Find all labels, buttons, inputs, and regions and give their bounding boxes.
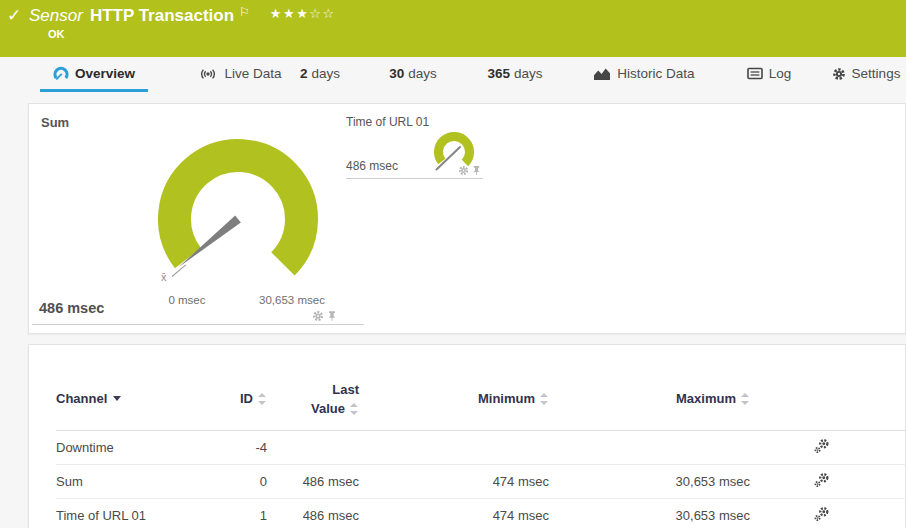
flag-icon[interactable]: ⚐ bbox=[239, 5, 250, 19]
column-label: Maximum bbox=[676, 391, 736, 406]
sum-gauge-max-label: 30,653 msec bbox=[249, 294, 335, 306]
gauge-pin-icon[interactable] bbox=[471, 165, 482, 176]
tab-365-days[interactable]: 365 days bbox=[478, 57, 552, 90]
sort-icon bbox=[741, 393, 750, 405]
sum-gauge-divider bbox=[32, 324, 364, 325]
channel-name-cell: Sum bbox=[56, 464, 227, 498]
minimum-cell: 474 msec bbox=[359, 498, 549, 528]
tab-label: Log bbox=[769, 66, 792, 81]
column-label: ID bbox=[240, 391, 253, 406]
star-icon[interactable]: ☆ bbox=[322, 6, 335, 21]
channel-id-cell: -4 bbox=[227, 430, 267, 464]
sensor-kind-label: Sensor bbox=[29, 6, 83, 26]
last-value-cell: 486 msec bbox=[267, 464, 359, 498]
status-badge: OK bbox=[48, 28, 65, 40]
column-label: Value bbox=[311, 401, 345, 416]
tab-bar: Overview Live Data 2 days 30 days 365 da… bbox=[0, 57, 906, 95]
sort-icon bbox=[350, 403, 359, 415]
maximum-cell: 30,653 msec bbox=[549, 464, 750, 498]
channel-settings-gears-icon[interactable] bbox=[814, 472, 830, 488]
gear-icon bbox=[832, 67, 846, 81]
table-row: Downtime -4 bbox=[56, 430, 906, 464]
column-label: Channel bbox=[56, 391, 107, 406]
tab-label: days bbox=[514, 66, 543, 81]
active-tab-underline bbox=[40, 89, 148, 92]
mean-marker: x̄ bbox=[161, 271, 167, 283]
tab-label-number: 30 bbox=[389, 66, 404, 81]
channel-id-cell: 1 bbox=[227, 498, 267, 528]
tab-label-number: 2 bbox=[300, 66, 308, 81]
column-label: Last bbox=[332, 382, 359, 397]
column-header-actions bbox=[750, 375, 906, 430]
column-label: Minimum bbox=[478, 391, 535, 406]
last-value-cell: 486 msec bbox=[267, 498, 359, 528]
sum-gauge-min-label: 0 msec bbox=[155, 294, 219, 306]
live-signal-icon bbox=[198, 67, 218, 81]
maximum-cell bbox=[549, 430, 750, 464]
channel-settings-gears-icon[interactable] bbox=[814, 506, 830, 522]
star-icon[interactable]: ☆ bbox=[309, 6, 322, 21]
sum-gauge-value: 486 msec bbox=[39, 300, 104, 316]
table-header-row: Channel ID LastValue Minimum Maximum bbox=[56, 375, 906, 430]
tab-live-data[interactable]: Live Data bbox=[196, 57, 284, 90]
channel-id-cell: 0 bbox=[227, 464, 267, 498]
tab-label: days bbox=[311, 66, 340, 81]
url-gauge-divider bbox=[346, 178, 483, 179]
column-header-id[interactable]: ID bbox=[227, 375, 267, 430]
star-icon[interactable]: ★ bbox=[296, 6, 309, 21]
status-check-icon: ✓ bbox=[7, 5, 21, 26]
minimum-cell: 474 msec bbox=[359, 464, 549, 498]
tab-label: Historic Data bbox=[617, 66, 694, 81]
channel-table-panel: Channel ID LastValue Minimum Maximum Dow… bbox=[28, 344, 906, 528]
tab-label: Settings bbox=[852, 66, 901, 81]
last-value-cell bbox=[267, 430, 359, 464]
tab-label: Overview bbox=[75, 66, 135, 81]
minimum-cell bbox=[359, 430, 549, 464]
column-header-last-value[interactable]: LastValue bbox=[267, 375, 359, 430]
url-gauge-value: 486 msec bbox=[346, 159, 398, 173]
tab-settings[interactable]: Settings bbox=[826, 57, 906, 90]
page-title: HTTP Transaction bbox=[90, 6, 234, 26]
gauge-settings-gear-icon[interactable] bbox=[312, 310, 324, 322]
tab-overview[interactable]: Overview bbox=[40, 57, 148, 90]
tab-label-number: 365 bbox=[487, 66, 510, 81]
table-row: Time of URL 01 1 486 msec 474 msec 30,65… bbox=[56, 498, 906, 528]
tab-2-days[interactable]: 2 days bbox=[292, 57, 348, 90]
channel-name-cell: Time of URL 01 bbox=[56, 498, 227, 528]
url-gauge-title: Time of URL 01 bbox=[346, 115, 429, 129]
overview-gauges-panel: Sum x̄ 0 msec 30,653 msec 486 msec Time … bbox=[28, 103, 906, 334]
log-list-icon bbox=[747, 67, 763, 80]
tab-label: days bbox=[408, 66, 437, 81]
sum-gauge-title: Sum bbox=[41, 115, 69, 130]
channel-name-cell: Downtime bbox=[56, 430, 227, 464]
channel-settings-gears-icon[interactable] bbox=[814, 438, 830, 454]
gauge-icon bbox=[53, 66, 69, 82]
priority-stars[interactable]: ★★★☆☆ bbox=[270, 6, 336, 21]
sort-desc-icon bbox=[113, 396, 121, 401]
tab-30-days[interactable]: 30 days bbox=[382, 57, 444, 90]
area-chart-icon bbox=[593, 67, 611, 81]
sort-icon bbox=[540, 393, 549, 405]
column-header-minimum[interactable]: Minimum bbox=[359, 375, 549, 430]
column-header-maximum[interactable]: Maximum bbox=[549, 375, 750, 430]
gauge-settings-gear-icon[interactable] bbox=[458, 165, 469, 176]
star-icon[interactable]: ★ bbox=[283, 6, 296, 21]
star-icon[interactable]: ★ bbox=[270, 6, 283, 21]
column-header-channel[interactable]: Channel bbox=[56, 375, 227, 430]
gauge-pin-icon[interactable] bbox=[326, 310, 338, 322]
maximum-cell: 30,653 msec bbox=[549, 498, 750, 528]
tab-historic-data[interactable]: Historic Data bbox=[588, 57, 700, 90]
tab-log[interactable]: Log bbox=[740, 57, 798, 90]
sensor-header: ✓ Sensor HTTP Transaction ⚐ ★★★☆☆ OK bbox=[0, 0, 906, 57]
sort-icon bbox=[258, 393, 267, 405]
tab-label: Live Data bbox=[224, 66, 281, 81]
channel-table: Channel ID LastValue Minimum Maximum Dow… bbox=[56, 375, 906, 528]
table-row: Sum 0 486 msec 474 msec 30,653 msec bbox=[56, 464, 906, 498]
